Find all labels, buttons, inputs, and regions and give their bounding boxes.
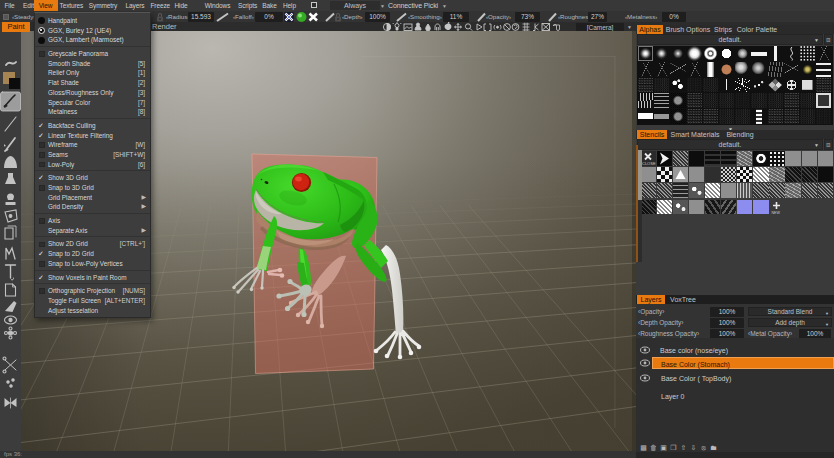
svg-text:NEW: NEW bbox=[772, 210, 781, 214]
svg-text:CLOSE: CLOSE bbox=[642, 161, 656, 166]
